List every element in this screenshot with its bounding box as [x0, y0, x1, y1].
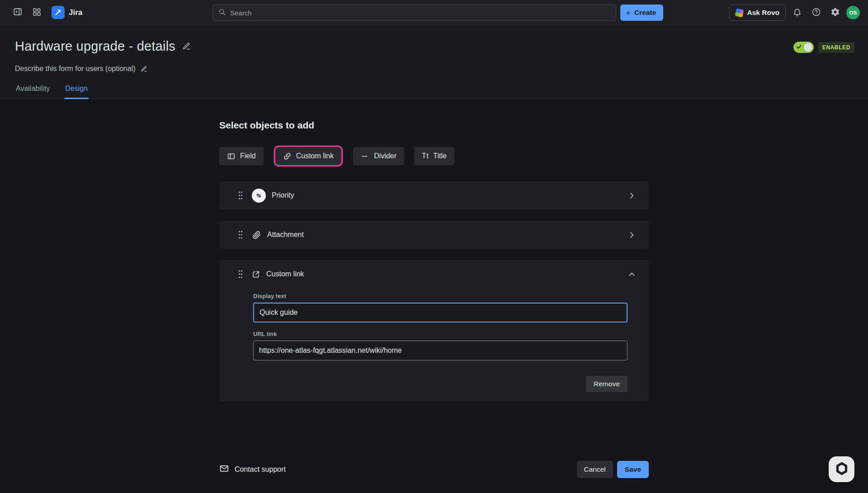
contact-support-label: Contact support — [235, 465, 286, 474]
cancel-button[interactable]: Cancel — [577, 461, 613, 478]
app-switcher-button[interactable] — [29, 5, 44, 20]
plus-icon: + — [626, 9, 631, 17]
jira-form-designer-page: Jira + Create Ask Rovo — [0, 0, 868, 493]
divider-icon — [361, 152, 369, 161]
link-icon — [283, 152, 292, 161]
search-input[interactable] — [230, 9, 610, 17]
create-button[interactable]: + Create — [620, 5, 663, 21]
form-item-attachment: Attachment — [219, 221, 649, 249]
object-button-group: Field Custom link — [219, 147, 649, 165]
gear-icon — [830, 7, 840, 18]
sidebar-toggle-button[interactable] — [10, 5, 25, 20]
tab-design[interactable]: Design — [64, 83, 89, 99]
item-label: Attachment — [267, 231, 627, 239]
form-footer: Contact support Cancel Save — [219, 461, 649, 478]
app-switcher-icon — [32, 7, 42, 18]
attachment-icon — [252, 230, 261, 240]
remove-button[interactable]: Remove — [586, 376, 627, 392]
app-name: Jira — [69, 8, 82, 17]
add-custom-link-label: Custom link — [296, 152, 334, 160]
contact-support-link[interactable]: Contact support — [219, 464, 286, 475]
user-avatar[interactable]: OS — [846, 6, 860, 19]
display-text-label: Display text — [253, 293, 627, 299]
drag-handle-icon[interactable] — [237, 230, 244, 240]
toggle-knob — [804, 43, 812, 52]
title-icon: Tt — [422, 152, 429, 160]
design-tab-content: Select objects to add Field — [0, 99, 868, 478]
avatar-initials: OS — [849, 10, 857, 15]
add-field-label: Field — [240, 152, 256, 160]
add-field-button[interactable]: Field — [219, 147, 264, 165]
help-icon — [811, 7, 821, 18]
chevron-right-icon[interactable] — [627, 191, 636, 200]
check-icon — [796, 44, 802, 51]
tab-availability[interactable]: Availability — [15, 83, 51, 99]
status-badge: ENABLED — [818, 42, 854, 53]
mail-icon — [219, 464, 229, 475]
save-button[interactable]: Save — [617, 461, 649, 478]
add-title-button[interactable]: Tt Title — [414, 147, 454, 165]
create-button-label: Create — [634, 9, 656, 17]
sidebar-toggle-icon — [13, 7, 23, 18]
chevron-up-icon[interactable] — [627, 270, 636, 279]
help-button[interactable] — [808, 5, 824, 20]
drag-handle-icon[interactable] — [237, 269, 244, 279]
add-divider-button[interactable]: Divider — [353, 147, 404, 165]
item-label: Custom link — [266, 270, 627, 278]
display-text-input[interactable] — [253, 303, 627, 322]
section-heading: Select objects to add — [219, 120, 649, 131]
attachment-row-header[interactable]: Attachment — [219, 221, 649, 249]
bell-icon — [793, 7, 802, 18]
edit-description-icon[interactable] — [140, 65, 148, 73]
external-link-icon — [252, 270, 260, 279]
navbar-left-group: Jira — [10, 5, 82, 20]
add-divider-label: Divider — [374, 152, 396, 160]
form-header: Hardware upgrade - details — [0, 25, 868, 99]
priority-icon — [252, 189, 266, 203]
drag-handle-icon[interactable] — [237, 190, 244, 200]
custom-link-form: Display text URL link Remove — [219, 288, 649, 401]
rovo-logo-icon — [735, 8, 744, 17]
jira-brand[interactable]: Jira — [52, 6, 82, 19]
settings-button[interactable] — [827, 5, 843, 20]
page-title: Hardware upgrade - details — [15, 39, 175, 54]
custom-link-row-header[interactable]: Custom link — [219, 260, 649, 288]
jira-logo-icon — [52, 6, 65, 19]
hexagon-logo-icon — [835, 462, 849, 477]
enabled-toggle[interactable] — [793, 42, 814, 53]
ask-rovo-button[interactable]: Ask Rovo — [729, 5, 786, 21]
form-item-priority: Priority — [219, 181, 649, 209]
field-icon — [227, 152, 236, 161]
url-link-input[interactable] — [253, 341, 627, 360]
url-link-label: URL link — [253, 331, 627, 337]
notifications-button[interactable] — [789, 5, 805, 20]
add-custom-link-button[interactable]: Custom link — [275, 147, 342, 165]
global-search[interactable] — [212, 5, 616, 21]
form-status-group: ENABLED — [793, 42, 854, 53]
forms-widget-button[interactable] — [829, 456, 854, 482]
add-title-label: Title — [433, 152, 447, 160]
form-item-custom-link: Custom link Display text URL link Remove — [219, 260, 649, 401]
item-label: Priority — [272, 191, 627, 199]
top-navbar: Jira + Create Ask Rovo — [0, 0, 868, 25]
priority-row-header[interactable]: Priority — [219, 181, 649, 209]
form-description-placeholder: Describe this form for users (optional) — [15, 65, 136, 73]
footer-actions: Cancel Save — [577, 461, 649, 478]
chevron-right-icon[interactable] — [627, 231, 636, 239]
edit-title-icon[interactable] — [182, 42, 191, 51]
form-tabs: Availability Design — [0, 83, 868, 99]
navbar-right-group: Ask Rovo — [729, 5, 860, 21]
ask-rovo-label: Ask Rovo — [747, 9, 780, 17]
search-icon — [218, 8, 226, 18]
